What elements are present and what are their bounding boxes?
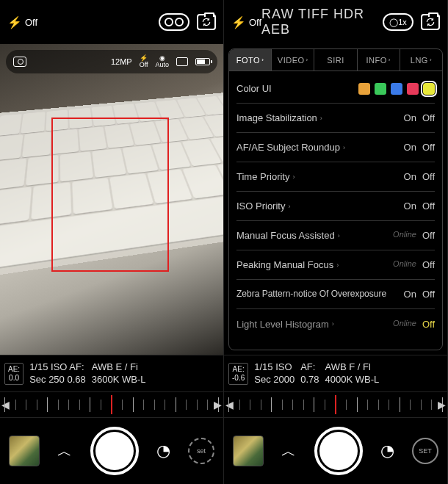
arrow-right-icon[interactable]: ▶ [214,399,222,411]
format-icon[interactable] [176,57,188,66]
camera-view-pane: ⚡ Off 12MP ⚡Off ◉Auto [0,0,224,484]
gallery-thumbnail[interactable] [9,436,40,466]
row-color-ui[interactable]: Color UI [236,74,435,104]
swatch-yellow[interactable] [423,83,435,95]
tab-video[interactable]: VIDEO› [272,49,314,71]
row-manual-focus-assisted[interactable]: Manual Focus Assisted› Online Off [236,221,435,250]
exposure-readout: AE: -0.6 1/15 ISO Sec 2000 AF: 0.78 AWB … [224,355,447,391]
flash-icon: ⚡ [231,15,246,29]
shutter-button[interactable] [314,427,363,475]
chevron-up-icon[interactable]: ︿ [281,441,296,461]
camera-icon[interactable] [13,57,26,67]
dual-lens-toggle[interactable] [159,13,189,31]
set-button[interactable]: SET [412,438,438,464]
shutter-iso-readout[interactable]: 1/15 ISO AF: Sec 250 0.68 [29,361,86,386]
viewfinder[interactable]: 12MP ⚡Off ◉Auto [0,44,223,355]
ae-compensation[interactable]: AE: 0.0 [4,363,24,385]
shutter-button[interactable] [90,427,139,475]
exposure-readout: AE: 0.0 1/15 ISO AF: Sec 250 0.68 AWB E … [0,355,223,391]
chevron-up-icon[interactable]: ︿ [57,441,72,461]
adjustment-dial[interactable]: ◀ ▶ [224,391,447,418]
swatch-blue[interactable] [391,83,402,95]
flash-icon: ⚡ [7,15,22,29]
swatch-red[interactable] [407,83,419,95]
swatch-orange[interactable] [358,83,370,95]
row-iso-priority[interactable]: ISO Priority› On Off [236,192,435,221]
dial-center-marker [335,395,336,414]
chevron-right-icon: › [261,57,264,63]
wb-readout[interactable]: AWB E / Fi 3600K WB-L [92,361,146,386]
flash-toggle[interactable]: ⚡ Off [7,15,37,29]
chevron-right-icon: › [389,57,391,63]
tab-foto[interactable]: FOTO› [229,49,272,71]
tab-siri[interactable]: SIRI [314,49,357,71]
chevron-right-icon: › [338,232,340,239]
set-button[interactable]: set [188,438,214,464]
flash-toggle[interactable]: ⚡ Off [231,15,261,29]
dial-center-marker [111,395,112,414]
ae-compensation[interactable]: AE: -0.6 [228,363,248,385]
row-peaking-manual-focus[interactable]: Peaking Manual Focus› Online Off [236,250,435,280]
adjustment-dial[interactable]: ◀ ▶ [0,391,223,418]
flash-label: Off [25,17,37,28]
row-afae-subject[interactable]: AF/AE Subject Roundup› On Off [236,133,435,162]
top-bar: ⚡ Off RAW TIFF HDR AEB ◯1x [224,0,447,44]
resolution-label[interactable]: 12MP [111,57,132,66]
zoom-indicator[interactable]: ◯1x [383,13,413,31]
chevron-right-icon: › [292,173,295,181]
chevron-right-icon: › [332,320,334,328]
shutter-iso-readout[interactable]: 1/15 ISO Sec 2000 [254,361,295,386]
shoot-mode[interactable]: ◉Auto [155,55,169,68]
capture-modes[interactable]: RAW TIFF HDR AEB [261,7,383,37]
bottom-bar: ︿ ◔ set [0,418,223,484]
row-time-priority[interactable]: Time Priority› On Off [236,162,435,192]
battery-icon [195,58,210,65]
chevron-right-icon: › [288,203,290,210]
row-image-stabilization[interactable]: Image Stabilization› On Off [236,104,435,133]
flash-label: Off [249,17,261,28]
af-readout[interactable]: AF: 0.78 [300,361,319,386]
chevron-right-icon: › [320,115,322,122]
row-zebra-pattern[interactable]: Zebra Pattern-notice Of Overexposure On … [236,280,435,309]
info-bar: 12MP ⚡Off ◉Auto [6,50,217,73]
settings-tabs: FOTO› VIDEO› SIRI INFO› LNG› [229,49,442,71]
camera-switch-button[interactable] [421,14,440,30]
row-light-level-histogram[interactable]: Light Level Histogram› Online Off [236,309,435,339]
tab-info[interactable]: INFO› [358,49,400,71]
color-swatches [358,83,435,95]
swatch-green[interactable] [375,83,386,95]
chevron-right-icon: › [336,261,339,269]
settings-panel: FOTO› VIDEO› SIRI INFO› LNG› Color UI Im… [228,48,443,350]
wb-readout[interactable]: AWB F / Fl 4000K WB-L [325,361,379,386]
tab-lng[interactable]: LNG› [400,49,442,71]
timer-icon[interactable]: ◔ [156,441,170,460]
camera-switch-button[interactable] [197,14,216,30]
focus-rectangle[interactable] [51,118,169,272]
gallery-thumbnail[interactable] [233,436,264,466]
flash-mode[interactable]: ⚡Off [140,55,148,68]
chevron-right-icon: › [430,57,432,63]
bottom-bar: ︿ ◔ SET [224,418,447,484]
settings-pane: ⚡ Off RAW TIFF HDR AEB ◯1x FOTO› VIDEO› … [224,0,448,484]
top-bar: ⚡ Off [0,0,223,44]
chevron-right-icon: › [343,144,345,151]
timer-icon[interactable]: ◔ [380,441,394,460]
chevron-right-icon: › [306,57,308,63]
arrow-right-icon[interactable]: ▶ [438,399,446,411]
